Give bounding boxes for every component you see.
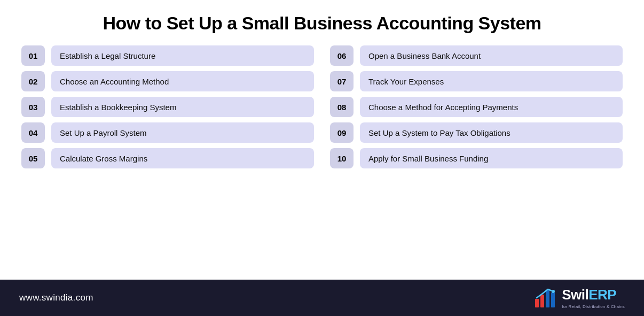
step-item-01: 01 Establish a Legal Structure: [21, 45, 314, 66]
footer-url: www.swindia.com: [19, 292, 93, 303]
step-item-04: 04 Set Up a Payroll System: [21, 122, 314, 143]
step-number-10: 10: [330, 148, 354, 168]
step-label-10: Apply for Small Business Funding: [360, 148, 623, 168]
logo-text: SwilERP: [562, 287, 616, 303]
logo-subtext: for Retail, Distribution & Chains: [562, 304, 625, 309]
step-number-09: 09: [330, 122, 354, 143]
logo-right: SwilERP for Retail, Distribution & Chain…: [562, 287, 625, 309]
step-label-07: Track Your Expenses: [360, 71, 623, 91]
step-number-04: 04: [21, 122, 45, 143]
step-item-02: 02 Choose an Accounting Method: [21, 71, 314, 91]
page-title: How to Set Up a Small Business Accountin…: [21, 13, 623, 34]
step-label-05: Calculate Gross Margins: [51, 148, 314, 168]
svg-point-4: [552, 290, 555, 293]
step-number-08: 08: [330, 97, 354, 117]
step-item-07: 07 Track Your Expenses: [330, 71, 623, 91]
step-number-07: 07: [330, 71, 354, 91]
step-label-06: Open a Business Bank Account: [360, 45, 623, 66]
logo-area: SwilERP for Retail, Distribution & Chain…: [534, 287, 625, 309]
step-number-06: 06: [330, 45, 354, 66]
step-item-08: 08 Choose a Method for Accepting Payment…: [330, 97, 623, 117]
step-number-05: 05: [21, 148, 45, 168]
svg-rect-2: [546, 290, 549, 307]
content-area: How to Set Up a Small Business Accountin…: [0, 0, 644, 280]
step-item-05: 05 Calculate Gross Margins: [21, 148, 314, 168]
svg-rect-0: [535, 299, 539, 307]
step-label-02: Choose an Accounting Method: [51, 71, 314, 91]
footer: www.swindia.com SwilERP for Retail, Dist…: [0, 280, 644, 316]
step-label-01: Establish a Legal Structure: [51, 45, 314, 66]
step-item-10: 10 Apply for Small Business Funding: [330, 148, 623, 168]
step-label-04: Set Up a Payroll System: [51, 122, 314, 143]
step-item-09: 09 Set Up a System to Pay Tax Obligation…: [330, 122, 623, 143]
step-label-03: Establish a Bookkeeping System: [51, 97, 314, 117]
step-label-09: Set Up a System to Pay Tax Obligations: [360, 122, 623, 143]
step-number-02: 02: [21, 71, 45, 91]
swilerp-logo-icon: [534, 287, 557, 309]
svg-rect-1: [540, 295, 544, 307]
step-label-08: Choose a Method for Accepting Payments: [360, 97, 623, 117]
step-number-01: 01: [21, 45, 45, 66]
step-item-06: 06 Open a Business Bank Account: [330, 45, 623, 66]
main-container: How to Set Up a Small Business Accountin…: [0, 0, 644, 316]
step-item-03: 03 Establish a Bookkeeping System: [21, 97, 314, 117]
svg-rect-3: [551, 292, 555, 307]
step-number-03: 03: [21, 97, 45, 117]
steps-grid: 01 Establish a Legal Structure 06 Open a…: [21, 45, 623, 168]
